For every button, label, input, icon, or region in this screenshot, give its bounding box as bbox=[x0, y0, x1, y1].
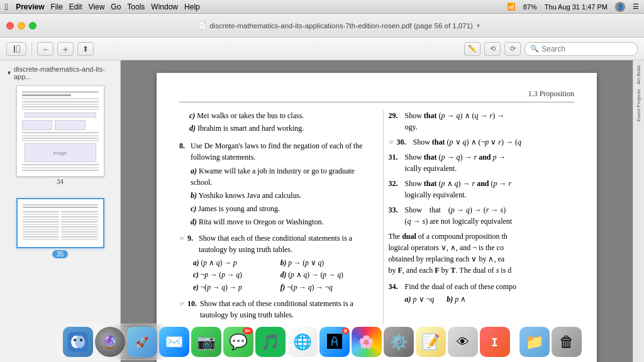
go-menu[interactable]: Go bbox=[111, 3, 121, 11]
notification-icon[interactable]: ☰ bbox=[633, 3, 639, 11]
messages-badge: 9+ bbox=[243, 327, 252, 334]
help-menu[interactable]: Help bbox=[184, 3, 200, 11]
section-heading: 1.3 Proposition bbox=[528, 89, 574, 98]
battery-indicator: 87% bbox=[523, 3, 537, 11]
dock-area: 🔮 🚀 ✉️ 📷 💬 9+ 🎵 🌐 🅰 9 🌸 ⚙️ 📝 👁 I bbox=[0, 318, 644, 362]
dock-messages[interactable]: 💬 9+ bbox=[223, 327, 253, 357]
dock-finder2[interactable]: 📁 bbox=[519, 327, 550, 357]
close-button[interactable] bbox=[6, 22, 14, 30]
maximize-button[interactable] bbox=[29, 22, 36, 30]
problem-33-text1: Show that (p → q) → (r → s) bbox=[405, 204, 513, 216]
problem-8c: c) James is young and strong. bbox=[191, 203, 365, 214]
p8d-text: Rita will move to Oregon or Washington. bbox=[199, 217, 323, 226]
file-menu[interactable]: File bbox=[51, 3, 63, 11]
apple-menu[interactable]:  bbox=[5, 2, 8, 12]
menubar:  Preview File Edit View Go Tools Window… bbox=[0, 0, 644, 14]
dropdown-arrow-icon[interactable]: ▼ bbox=[475, 23, 481, 29]
toolbar: － ＋ ⬆ ✏️ ⟲ ⟳ 🔍 bbox=[0, 38, 644, 60]
dock-system-preferences[interactable]: ⚙️ bbox=[384, 327, 414, 357]
tools-menu[interactable]: Tools bbox=[127, 3, 145, 11]
zoom-in-button[interactable]: ＋ bbox=[57, 42, 74, 56]
problem-8-intro: Use De Morgan's laws to find the negatio… bbox=[191, 140, 365, 163]
dock-siri[interactable]: 🔮 bbox=[95, 327, 125, 357]
p8a-label: a) bbox=[191, 167, 197, 175]
dock-preview[interactable]: 👁 bbox=[448, 327, 478, 357]
rotate-right-button[interactable]: ⟳ bbox=[504, 42, 521, 56]
svg-point-3 bbox=[74, 339, 76, 341]
problem-29-text: Show that (p → q) ∧ (q → r) → bbox=[405, 111, 505, 120]
problem-33-label: 33. bbox=[389, 204, 402, 227]
dock-appstore[interactable]: 🅰 9 bbox=[319, 327, 350, 357]
clock: Thu Aug 31 1:47 PM bbox=[545, 3, 608, 11]
dock-trash[interactable]: 🗑 bbox=[552, 327, 582, 357]
right-panel: Art Build Event Projects bbox=[633, 60, 644, 362]
problem-10: ☞ 10. Show that each of these conditiona… bbox=[179, 298, 365, 321]
dock-finder[interactable] bbox=[63, 327, 93, 357]
search-input[interactable] bbox=[541, 45, 623, 53]
dock-facetime[interactable]: 📷 bbox=[191, 327, 221, 357]
p9-answer-f: f) ¬(p → q) → ¬q bbox=[280, 282, 365, 293]
problem-29-label: 29. bbox=[389, 110, 402, 133]
window-menu[interactable]: Window bbox=[151, 3, 178, 11]
file-icon: 📄 bbox=[198, 21, 207, 30]
dual-definition: The dual of a compound proposition th lo… bbox=[389, 231, 575, 276]
problem-31-label: 31. bbox=[389, 151, 402, 174]
right-panel-text2: Event Projects bbox=[636, 89, 642, 122]
dock-mail[interactable]: ✉️ bbox=[159, 327, 189, 357]
problem-32-text1: Show that (p ∧ q) → r and (p → r bbox=[405, 178, 512, 189]
problem-32-text2: logically equivalent. bbox=[405, 189, 512, 200]
dock-photos[interactable]: 🌸 bbox=[352, 327, 382, 357]
preview-menu[interactable]: Preview bbox=[16, 3, 44, 11]
window-title: discrete-mathematics-and-its-application… bbox=[209, 22, 473, 30]
minimize-button[interactable] bbox=[18, 22, 25, 30]
right-column: 29. Show that (p → q) ∧ (q → r) → ogy. ☞ bbox=[383, 110, 575, 326]
dual-text-2: logical operators ∨, ∧, and ¬ is the co bbox=[389, 242, 575, 253]
page-thumbnail-35[interactable]: 35 bbox=[3, 195, 118, 261]
dock-chrome[interactable]: 🌐 bbox=[287, 327, 318, 357]
problem-34-b: b) p ∧ bbox=[447, 293, 466, 305]
dual-text-3: obtained by replacing each ∨ by ∧, ea bbox=[389, 253, 575, 265]
problem-8d: d) Rita will move to Oregon or Washingto… bbox=[191, 216, 365, 228]
dock-launchpad[interactable]: 🚀 bbox=[127, 327, 157, 357]
problem-33: 33. Show that (p → q) → (r → s) (q → s) … bbox=[389, 204, 575, 227]
dock-intellij[interactable]: I bbox=[480, 327, 510, 357]
dock-spotify[interactable]: 🎵 bbox=[255, 327, 286, 357]
problem-8-label: 8. bbox=[179, 140, 188, 163]
p8d-label: d) bbox=[191, 217, 197, 226]
share-button[interactable]: ⬆ bbox=[77, 42, 94, 56]
dock-notes[interactable]: 📝 bbox=[416, 327, 446, 357]
pdf-area: 1.3 Proposition c) Mei walks or takes th… bbox=[121, 60, 633, 362]
sidebar-collapse-arrow[interactable]: ▼ bbox=[6, 70, 12, 76]
main-area: ▼ discrete-mathematics-and-its-app... bbox=[0, 60, 644, 362]
page-header: 1.3 Proposition bbox=[179, 88, 574, 102]
page-thumbnail-34[interactable]: image 34 bbox=[3, 83, 118, 188]
annotate-button[interactable]: ✏️ bbox=[464, 42, 480, 56]
p8b-label: b) bbox=[191, 191, 197, 200]
problem-34-a: a) p ∨ ¬q bbox=[405, 293, 435, 305]
pointing-hand-9: ☞ bbox=[179, 234, 185, 243]
sidebar-title: discrete-mathematics-and-its-app... bbox=[14, 65, 114, 80]
problem-8a: a) Kwame will take a job in industry or … bbox=[191, 165, 365, 188]
problem-31: 31. Show that (p → q) → r and p → ically… bbox=[389, 151, 575, 174]
p9-answer-d: d) (p ∧ q) → (p → q) bbox=[280, 270, 365, 280]
zoom-out-button[interactable]: － bbox=[37, 42, 53, 56]
problem-32-label: 32. bbox=[389, 178, 402, 200]
problem-8b: b) Yoshiko knows Java and calculus. bbox=[191, 190, 365, 201]
p9-answer-b: b) p → (p ∨ q) bbox=[280, 258, 365, 268]
sidebar-header: ▼ discrete-mathematics-and-its-app... bbox=[3, 63, 118, 83]
problem-10-intro: Show that each of these conditional stat… bbox=[200, 298, 365, 321]
rotate-left-button[interactable]: ⟲ bbox=[484, 42, 501, 56]
part-text-c: Mei walks or takes the bus to class. bbox=[197, 111, 304, 120]
view-menu[interactable]: View bbox=[89, 3, 105, 11]
problem-31-text1: Show that (p → q) → r and p → bbox=[405, 151, 506, 163]
user-icon: 👤 bbox=[615, 2, 625, 12]
problem-34-text: Find the dual of each of these compo bbox=[405, 281, 517, 292]
search-box[interactable]: 🔍 bbox=[525, 42, 638, 56]
dock-separator bbox=[514, 333, 515, 357]
sidebar-toggle-button[interactable] bbox=[6, 42, 26, 56]
problem-29: 29. Show that (p → q) ∧ (q → r) → ogy. bbox=[389, 110, 575, 133]
part-label-d: d) bbox=[189, 124, 196, 133]
problem-33-text2: (q → s) are not logically equivalent bbox=[405, 216, 513, 227]
edit-menu[interactable]: Edit bbox=[69, 3, 82, 11]
svg-point-4 bbox=[80, 339, 82, 341]
